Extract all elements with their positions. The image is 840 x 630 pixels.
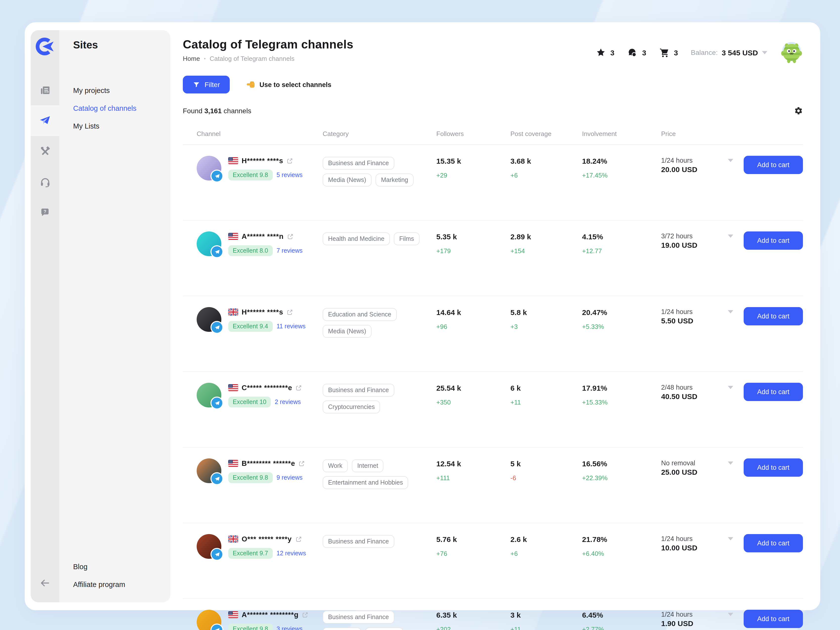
channel-name[interactable]: O*** ***** ****y (242, 535, 292, 543)
followers-delta: +202 (436, 625, 510, 630)
category-chip[interactable]: Cryptocurrencies (323, 400, 380, 413)
sidebar-nav: My projects Catalog of channels My Lists (73, 85, 171, 131)
reviews-link[interactable]: 5 reviews (276, 172, 303, 179)
category-chip[interactable]: Business and Finance (323, 384, 394, 397)
involvement-value: 17.91% (582, 383, 661, 392)
channel-name[interactable]: C***** ********e (242, 384, 292, 392)
category-chip[interactable]: Media (News) (323, 174, 371, 187)
table-row: A******* ********g Excellent 9.8 3 revie… (183, 599, 803, 630)
channel-name[interactable]: H****** ****s (242, 308, 283, 316)
reviews-link[interactable]: 11 reviews (276, 323, 306, 330)
sidebar-item-my-lists[interactable]: My Lists (73, 121, 171, 131)
involvement-delta: +17.45% (582, 172, 661, 179)
price-cell: 3/72 hours 19.00 USD (661, 231, 740, 249)
price-dropdown-icon[interactable] (728, 310, 733, 313)
price-dropdown-icon[interactable] (728, 386, 733, 389)
table-settings-button[interactable] (794, 106, 803, 115)
category-chip[interactable]: Health and Medicine (323, 233, 390, 245)
involvement-delta: +22.39% (582, 474, 661, 482)
sidebar-item-affiliate-program[interactable]: Affiliate program (73, 579, 171, 589)
add-to-cart-button[interactable]: Add to cart (744, 610, 803, 628)
add-to-cart-button[interactable]: Add to cart (744, 458, 803, 477)
gb-flag-icon (228, 309, 238, 315)
reviews-link[interactable]: 9 reviews (276, 474, 303, 481)
category-chip[interactable]: Marketing (376, 174, 414, 187)
add-to-cart-button[interactable]: Add to cart (744, 534, 803, 552)
price-cell: No removal 25.00 USD (661, 458, 740, 476)
reviews-link[interactable]: 2 reviews (275, 399, 301, 405)
sidebar-item-support[interactable] (31, 167, 59, 197)
table-row: B******** ******e Excellent 9.8 9 review… (183, 448, 803, 523)
breadcrumb-home-link[interactable]: Home (183, 55, 200, 62)
category-chip[interactable]: Entertainment and Hobbies (323, 476, 408, 489)
channel-name[interactable]: H****** ****s (242, 157, 283, 165)
app-logo[interactable] (31, 30, 59, 63)
reviews-link[interactable]: 3 reviews (276, 625, 303, 630)
external-link-icon[interactable] (295, 536, 302, 542)
coverage-value: 3 k (510, 610, 582, 619)
favorites-counter[interactable]: 3 (596, 47, 614, 57)
price-dropdown-icon[interactable] (728, 537, 733, 540)
add-to-cart-button[interactable]: Add to cart (744, 383, 803, 401)
sidebar-item-blog[interactable]: Blog (73, 562, 171, 571)
column-header-followers: Followers (436, 130, 510, 138)
involvement-cell: 16.56% +22.39% (582, 458, 661, 482)
add-to-cart-button[interactable]: Add to cart (744, 231, 803, 250)
category-chip[interactable]: Business and Finance (323, 611, 394, 624)
external-link-icon[interactable] (302, 611, 308, 618)
category-chip[interactable]: Internet (352, 459, 384, 472)
coverage-delta: +11 (510, 399, 582, 406)
chevron-down-icon (762, 51, 767, 54)
user-avatar[interactable] (780, 41, 803, 64)
price-dropdown-icon[interactable] (728, 234, 733, 238)
category-chip[interactable]: Marketing (365, 627, 403, 630)
cart-cell: Add to cart (740, 458, 803, 477)
external-link-icon[interactable] (287, 233, 294, 240)
sidebar-footer: Blog Affiliate program (73, 562, 171, 589)
telegram-badge-icon (210, 548, 223, 561)
category-cell: Business and Finance (323, 534, 436, 548)
filter-button[interactable]: Filter (183, 76, 230, 93)
sidebar-item-my-projects[interactable]: My projects (73, 85, 171, 95)
table-row: H****** ****s Excellent 9.4 11 reviews E… (183, 296, 803, 372)
sidebar-item-projects[interactable] (31, 75, 59, 105)
reviews-link[interactable]: 12 reviews (276, 550, 306, 557)
channel-name[interactable]: B******** ******e (242, 459, 295, 467)
page-title: Catalog of Telegram channels (183, 37, 353, 52)
external-link-icon[interactable] (287, 309, 293, 315)
sidebar-item-catalog-of-channels[interactable]: Catalog of channels (73, 103, 171, 113)
category-chip[interactable]: Media (News) (323, 325, 371, 338)
cart-counter[interactable]: 3 (659, 47, 678, 58)
reviews-link[interactable]: 7 reviews (276, 247, 303, 254)
category-chips: Business and FinanceEducationMarketing (323, 610, 429, 630)
external-link-icon[interactable] (287, 157, 293, 164)
category-chip[interactable]: Business and Finance (323, 535, 394, 548)
price-dropdown-icon[interactable] (728, 613, 733, 616)
category-chip[interactable]: Business and Finance (323, 157, 394, 169)
sidebar-collapse-button[interactable] (31, 568, 59, 598)
external-link-icon[interactable] (296, 385, 302, 391)
followers-cell: 25.54 k +350 (436, 383, 510, 406)
add-to-cart-button[interactable]: Add to cart (744, 307, 803, 325)
sidebar-item-telegram[interactable] (31, 105, 59, 136)
category-chip[interactable]: Films (394, 233, 420, 245)
add-to-cart-button[interactable]: Add to cart (744, 156, 803, 174)
price-dropdown-icon[interactable] (728, 461, 733, 465)
sidebar-icon-rail: ? (31, 30, 59, 602)
sidebar-item-help[interactable]: ? (31, 197, 59, 228)
channel-name[interactable]: A****** ****n (242, 233, 284, 240)
category-chip[interactable]: Education and Science (323, 308, 397, 321)
external-link-icon[interactable] (299, 460, 305, 467)
telegram-badge-icon (210, 169, 223, 182)
involvement-delta: +6.40% (582, 550, 661, 557)
coverage-delta: +154 (510, 247, 582, 255)
category-chip[interactable]: Education (323, 627, 361, 630)
balance-dropdown[interactable]: Balance: 3 545 USD (691, 48, 767, 57)
messages-counter[interactable]: 3 (627, 47, 646, 58)
channel-name[interactable]: A******* ********g (242, 611, 298, 619)
sidebar-item-tools[interactable] (31, 136, 59, 167)
price-dropdown-icon[interactable] (728, 159, 733, 162)
channel-cell: H****** ****s Excellent 9.4 11 reviews (197, 307, 323, 332)
involvement-cell: 18.24% +17.45% (582, 156, 661, 179)
category-chip[interactable]: Work (323, 459, 348, 472)
